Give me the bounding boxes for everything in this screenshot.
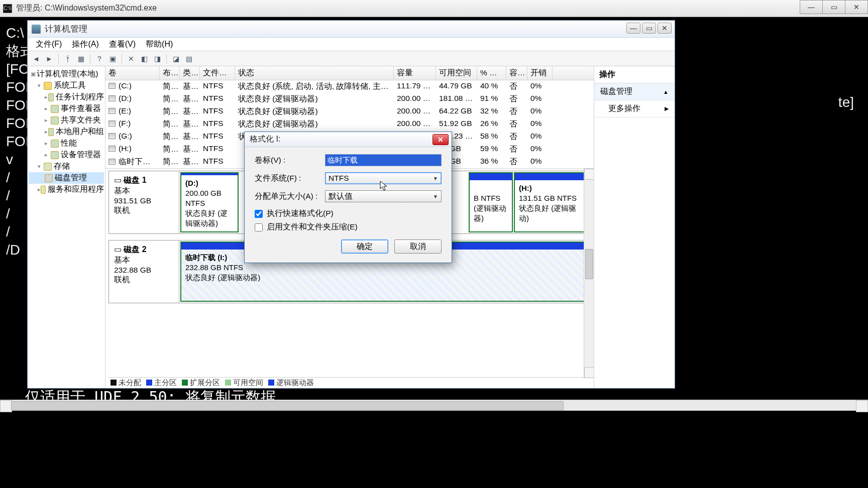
- volume-row[interactable]: (C:)简单基本NTFS状态良好 (系统, 启动, 活动, 故障转储, 主分区)…: [105, 80, 594, 93]
- dialog-titlebar[interactable]: 格式化 I: ✕: [245, 132, 452, 147]
- help-button[interactable]: ?: [94, 53, 105, 64]
- grid-cell: 91 %: [477, 93, 506, 105]
- disk1-part-mid[interactable]: B NTFS (逻辑驱动器): [469, 172, 513, 232]
- disk-area-scrollbar[interactable]: [584, 169, 594, 378]
- column-header[interactable]: 容错: [506, 66, 527, 80]
- grid-cell: 26 %: [477, 118, 506, 130]
- grid-cell: 基本: [180, 81, 200, 92]
- grid-cell: 51.92 GB: [436, 118, 477, 130]
- legend-item: 可用空间: [225, 378, 263, 388]
- mgmt-maximize-button[interactable]: ▭: [642, 23, 656, 34]
- forward-button[interactable]: ►: [44, 53, 55, 64]
- volume-label-label: 卷标(V) :: [255, 155, 325, 166]
- cmd-close-button[interactable]: ✕: [845, 0, 868, 14]
- volume-label-input[interactable]: [325, 154, 442, 166]
- column-header[interactable]: 卷: [105, 66, 160, 80]
- grid-cell: 简单: [160, 156, 180, 168]
- menu-item[interactable]: 操作(A): [67, 38, 103, 51]
- grid-cell: NTFS: [200, 131, 235, 143]
- grid-cell: 基本: [180, 106, 200, 117]
- tree-item[interactable]: ▸任务计划程序: [29, 91, 104, 103]
- grid-cell: 否: [506, 93, 527, 105]
- ok-button[interactable]: 确定: [341, 239, 388, 254]
- tree-storage[interactable]: ▾存储: [29, 161, 104, 172]
- tree-root[interactable]: ▣计算机管理(本地): [29, 68, 104, 80]
- grid-cell: 简单: [160, 106, 180, 117]
- mgmt-titlebar[interactable]: 计算机管理 — ▭ ✕: [28, 21, 675, 38]
- dialog-close-button[interactable]: ✕: [432, 134, 449, 145]
- filesystem-label: 文件系统(F) :: [255, 173, 325, 184]
- grid-cell: 111.79 GB: [394, 81, 436, 92]
- properties-button[interactable]: ▦: [75, 53, 86, 64]
- grid-cell: 状态良好 (逻辑驱动器): [235, 93, 394, 105]
- refresh-button[interactable]: ▣: [107, 53, 118, 64]
- nav-tree: ▣计算机管理(本地) ▾系统工具 ▸任务计划程序▸事件查看器▸共享文件夹▸本地用…: [28, 66, 105, 388]
- toolbar: ◄ ► ⭱ ▦ ? ▣ ✕ ◧ ◨ ◪ ▤: [28, 51, 675, 66]
- grid-cell: 200.00 GB: [394, 93, 436, 105]
- tree-item[interactable]: ▸性能: [29, 138, 104, 149]
- filesystem-select[interactable]: NTFS ▼: [325, 172, 442, 184]
- actions-section[interactable]: 磁盘管理 ▲: [594, 83, 675, 100]
- tool-btn-d[interactable]: ▤: [183, 53, 194, 64]
- column-header[interactable]: 开销: [527, 66, 553, 80]
- grid-cell: (E:): [105, 106, 160, 117]
- disk2-label: ▭ 磁盘 2 基本 232.88 GB 联机: [109, 240, 179, 303]
- tool-btn-b[interactable]: ◨: [152, 53, 163, 64]
- column-header[interactable]: 布局: [160, 66, 180, 80]
- volume-row[interactable]: (E:)简单基本NTFS状态良好 (逻辑驱动器)200.00 GB64.22 G…: [105, 105, 594, 118]
- disk1-part-d[interactable]: (D:) 200.00 GB NTFS 状态良好 (逻辑驱动器): [180, 172, 239, 232]
- grid-cell: 181.08 GB: [436, 93, 477, 105]
- tree-services[interactable]: ▸服务和应用程序: [29, 184, 104, 195]
- volume-row[interactable]: (D:)简单基本NTFS状态良好 (逻辑驱动器)200.00 GB181.08 …: [105, 93, 594, 105]
- disk1-part-h[interactable]: (H:) 131.51 GB NTFS 状态良好 (逻辑驱动): [514, 172, 589, 232]
- column-header[interactable]: 文件系统: [200, 66, 235, 80]
- mgmt-app-icon: [32, 25, 41, 34]
- compress-checkbox[interactable]: [255, 223, 263, 231]
- legend: 未分配主分区扩展分区可用空间逻辑驱动器: [108, 377, 585, 388]
- mgmt-minimize-button[interactable]: —: [626, 23, 640, 34]
- column-header[interactable]: 可用空间: [436, 66, 477, 80]
- menu-item[interactable]: 帮助(H): [141, 38, 178, 51]
- menu-item[interactable]: 查看(V): [104, 38, 141, 51]
- menu-item[interactable]: 文件(F): [31, 38, 67, 51]
- cmd-titlebar[interactable]: C:\\ 管理员: C:\Windows\system32\cmd.exe — …: [0, 0, 868, 17]
- grid-cell: 36 %: [477, 156, 506, 168]
- compress-label: 启用文件和文件夹压缩(E): [267, 222, 358, 232]
- cmd-minimize-button[interactable]: —: [800, 0, 823, 14]
- cmd-maximize-button[interactable]: ▭: [822, 0, 845, 14]
- up-button[interactable]: ⭱: [62, 53, 73, 64]
- column-header[interactable]: % 可用: [477, 66, 506, 80]
- tree-item[interactable]: ▸事件查看器: [29, 103, 104, 114]
- tree-item[interactable]: ▸共享文件夹: [29, 114, 104, 126]
- tool-btn-c[interactable]: ◪: [170, 53, 181, 64]
- quick-format-checkbox-row: 执行快速格式化(P): [255, 208, 442, 219]
- column-header[interactable]: 类型: [180, 66, 200, 80]
- quick-format-checkbox[interactable]: [255, 210, 263, 218]
- compress-checkbox-row: 启用文件和文件夹压缩(E): [255, 222, 442, 232]
- delete-button[interactable]: ✕: [126, 53, 137, 64]
- allocation-select[interactable]: 默认值 ▼: [325, 190, 442, 202]
- column-header[interactable]: 状态: [235, 66, 394, 80]
- grid-cell: NTFS: [200, 144, 235, 155]
- grid-cell: (F:): [105, 118, 160, 130]
- cmd-title-text: 管理员: C:\Windows\system32\cmd.exe: [16, 3, 157, 14]
- mgmt-close-button[interactable]: ✕: [658, 23, 672, 34]
- grid-cell: 0%: [527, 81, 553, 92]
- cancel-button[interactable]: 取消: [394, 239, 442, 254]
- grid-cell: 状态良好 (系统, 启动, 活动, 故障转储, 主分区): [235, 81, 394, 92]
- back-button[interactable]: ◄: [31, 53, 42, 64]
- tree-system-tools[interactable]: ▾系统工具: [29, 80, 104, 91]
- tree-disk-management[interactable]: 磁盘管理: [29, 172, 104, 184]
- tree-item[interactable]: ▸设备管理器: [29, 149, 104, 161]
- grid-cell: 基本: [180, 156, 200, 168]
- column-header[interactable]: 容量: [394, 66, 436, 80]
- actions-more[interactable]: 更多操作 ▶: [594, 100, 675, 117]
- tree-item[interactable]: ▸本地用户和组: [29, 126, 104, 138]
- grid-cell: 否: [506, 144, 527, 155]
- legend-item: 扩展分区: [182, 378, 220, 388]
- tool-btn-a[interactable]: ◧: [139, 53, 150, 64]
- volume-row[interactable]: (F:)简单基本NTFS状态良好 (逻辑驱动器)200.00 GB51.92 G…: [105, 118, 594, 131]
- cmd-horizontal-scrollbar[interactable]: [0, 400, 868, 411]
- actions-pane: 操作 磁盘管理 ▲ 更多操作 ▶: [594, 66, 675, 388]
- grid-cell: (C:): [105, 81, 160, 92]
